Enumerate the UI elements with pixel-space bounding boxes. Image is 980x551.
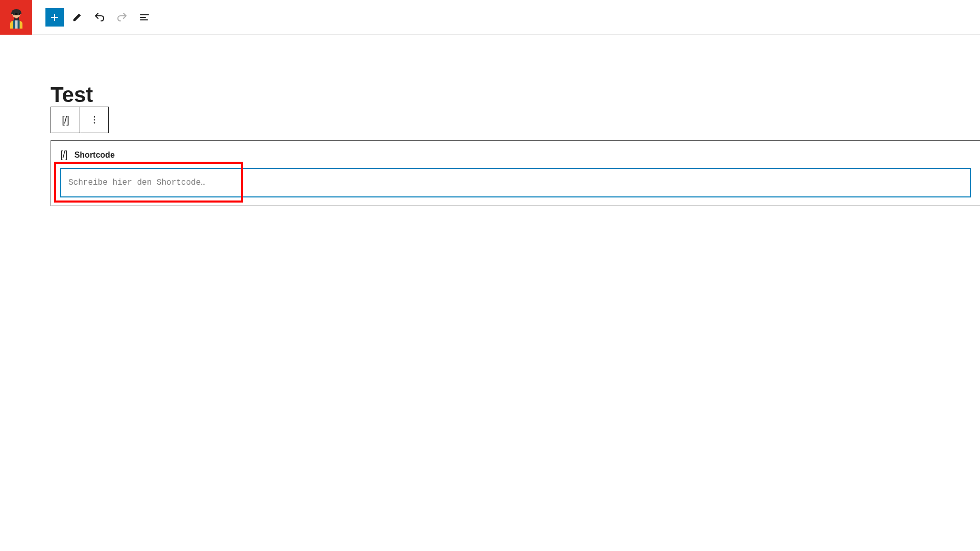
shortcode-icon: [/] [62,114,69,126]
edit-mode-button[interactable] [68,8,86,27]
document-outline-button[interactable] [135,8,154,27]
plus-icon [48,11,61,23]
shortcode-block[interactable]: [/] Shortcode [51,140,980,206]
svg-point-3 [13,13,15,15]
editor-area: Test [/] [/] Shortcode [0,35,980,206]
more-vertical-icon [89,115,100,125]
shortcode-input-wrapper [60,168,971,197]
block-type-label: Shortcode [75,151,115,160]
pencil-icon [71,12,83,23]
outline-icon [138,11,151,23]
block-more-options-button[interactable] [80,107,108,133]
avatar-icon [5,6,28,29]
redo-icon [116,11,128,23]
undo-icon [93,11,106,23]
svg-rect-5 [15,20,17,29]
svg-point-4 [17,13,19,15]
site-logo[interactable] [0,0,32,35]
block-header: [/] Shortcode [60,149,971,161]
undo-button[interactable] [90,8,109,27]
svg-point-7 [93,119,95,121]
shortcode-block-icon: [/] [60,149,67,161]
block-type-button[interactable]: [/] [51,107,80,133]
shortcode-input[interactable] [60,168,971,197]
svg-point-8 [93,122,95,124]
post-title[interactable]: Test [51,83,980,107]
block-toolbar: [/] [51,107,109,133]
top-toolbar [0,0,980,35]
svg-point-6 [93,116,95,118]
toolbar-controls [32,8,154,27]
add-block-button[interactable] [45,8,64,27]
redo-button [113,8,131,27]
